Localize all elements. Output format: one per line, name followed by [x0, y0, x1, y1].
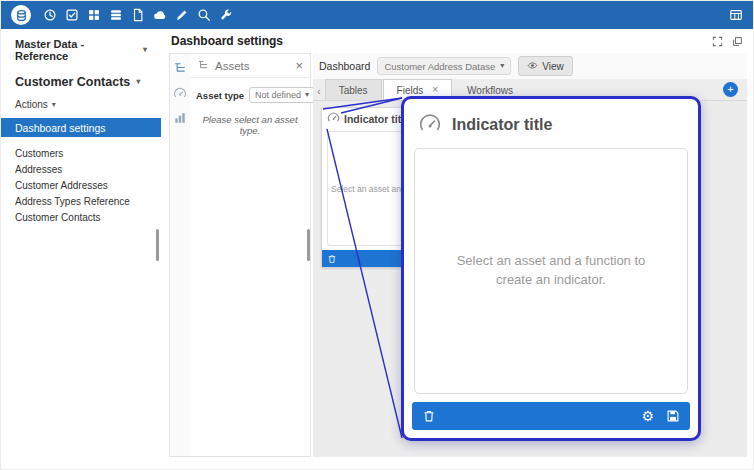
- topbar: [1, 1, 753, 29]
- cloud-icon[interactable]: [152, 8, 167, 23]
- tab-label: Workflows: [467, 85, 513, 96]
- domain-selector[interactable]: Master Data - Reference ▾: [1, 29, 161, 62]
- indicator-widget-zoomed: Indicator title Select an asset and a fu…: [401, 96, 701, 441]
- trash-icon[interactable]: [327, 250, 337, 268]
- entity-selector[interactable]: Customer Contacts ▾: [1, 62, 161, 89]
- data-table-icon[interactable]: [728, 8, 743, 23]
- entity-label: Customer Contacts: [15, 75, 130, 89]
- main-header: Dashboard settings: [161, 29, 754, 53]
- chevron-down-icon: ▾: [500, 62, 504, 70]
- add-tab-button[interactable]: +: [723, 82, 738, 97]
- widget-toolbar: [169, 53, 191, 457]
- tab-tables[interactable]: Tables: [325, 79, 382, 100]
- dashboard-toolbar: Dashboard Customer Address Datase ▾ View: [313, 53, 747, 79]
- dashboard-select[interactable]: Customer Address Datase ▾: [377, 57, 511, 75]
- chevron-down-icon: ▾: [305, 91, 309, 99]
- indicator-title: Indicator title: [452, 116, 552, 134]
- asset-type-select[interactable]: Not defined ▾: [249, 87, 315, 103]
- window-controls: [712, 36, 743, 47]
- eye-icon: [527, 60, 538, 73]
- sidebar-item-dashboard-settings[interactable]: Dashboard settings: [1, 118, 161, 137]
- entity-list: Customers Addresses Customer Addresses A…: [1, 137, 161, 225]
- sidebar: Master Data - Reference ▾ Customer Conta…: [1, 29, 161, 470]
- dashboard-select-value: Customer Address Datase: [384, 61, 495, 72]
- storage-layers-icon[interactable]: [108, 8, 123, 23]
- sidebar-item-label: Dashboard settings: [15, 122, 105, 134]
- gauge-icon: [418, 111, 442, 139]
- gauge-widget-icon[interactable]: [173, 86, 187, 100]
- gauge-icon: [327, 110, 340, 128]
- sidebar-item-customers[interactable]: Customers: [1, 145, 161, 161]
- gear-icon[interactable]: ⚙: [641, 409, 654, 423]
- tree-list-icon: [197, 57, 209, 75]
- tabs-scroll-left-icon[interactable]: ‹: [317, 85, 321, 97]
- indicator-widget-footer: ⚙: [412, 402, 690, 430]
- apps-grid-icon[interactable]: [86, 8, 101, 23]
- assets-panel-title: Assets: [215, 60, 295, 72]
- asset-tree-icon[interactable]: [173, 61, 187, 75]
- history-icon[interactable]: [42, 8, 57, 23]
- page-title: Dashboard settings: [171, 34, 283, 48]
- save-icon[interactable]: [666, 409, 680, 423]
- sidebar-item-addresses[interactable]: Addresses: [1, 161, 161, 177]
- domain-label: Master Data - Reference: [15, 38, 137, 62]
- chart-widget-icon[interactable]: [173, 111, 187, 125]
- assets-empty-message: Please select an asset type.: [190, 114, 310, 136]
- app-window: Master Data - Reference ▾ Customer Conta…: [0, 0, 754, 470]
- sidebar-scrollbar[interactable]: [156, 229, 159, 261]
- indicator-widget-header: Indicator title: [412, 107, 690, 143]
- tab-label: Tables: [339, 85, 368, 96]
- app-logo-database-icon[interactable]: [11, 5, 31, 25]
- assets-panel-header: Assets ×: [190, 54, 310, 78]
- sidebar-item-customer-addresses[interactable]: Customer Addresses: [1, 177, 161, 193]
- tasks-icon[interactable]: [64, 8, 79, 23]
- trash-icon[interactable]: [422, 409, 436, 423]
- asset-type-value: Not defined: [255, 90, 301, 100]
- close-icon[interactable]: ×: [295, 59, 303, 72]
- assets-scrollbar[interactable]: [307, 229, 310, 261]
- chevron-down-icon: ▾: [136, 78, 140, 86]
- view-button[interactable]: View: [518, 56, 573, 76]
- asset-type-label: Asset type: [196, 90, 244, 101]
- actions-label: Actions: [15, 99, 48, 110]
- restore-window-icon[interactable]: [732, 36, 743, 47]
- document-icon[interactable]: [130, 8, 145, 23]
- indicator-empty-message: Select an asset and a function to create…: [414, 148, 688, 394]
- tab-label: Fields: [397, 85, 424, 96]
- close-icon[interactable]: ×: [432, 85, 438, 95]
- actions-menu[interactable]: Actions ▾: [1, 89, 161, 118]
- chevron-down-icon: ▾: [143, 46, 147, 54]
- plus-icon: +: [727, 84, 733, 95]
- assets-panel: Assets × Asset type Not defined ▾ Please…: [190, 53, 311, 457]
- asset-type-row: Asset type Not defined ▾: [190, 78, 310, 103]
- search-icon[interactable]: [196, 8, 211, 23]
- edit-pen-icon[interactable]: [174, 8, 189, 23]
- wrench-icon[interactable]: [218, 8, 233, 23]
- sidebar-item-customer-contacts[interactable]: Customer Contacts: [1, 209, 161, 225]
- fullscreen-icon[interactable]: [712, 36, 723, 47]
- view-button-label: View: [542, 61, 564, 72]
- chevron-down-icon: ▾: [52, 101, 56, 109]
- sidebar-item-address-types-reference[interactable]: Address Types Reference: [1, 193, 161, 209]
- dashboard-label: Dashboard: [319, 60, 370, 72]
